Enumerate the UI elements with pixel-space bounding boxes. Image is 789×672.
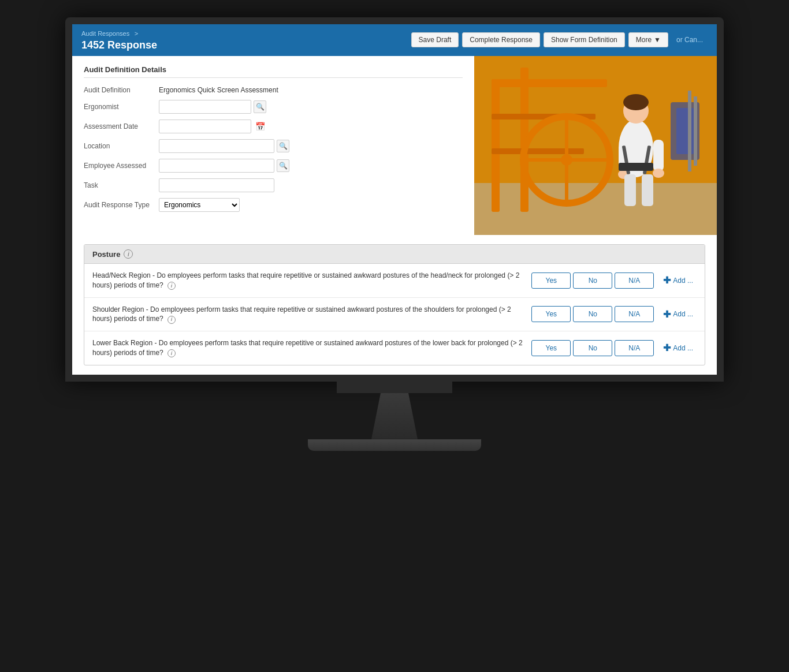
question-2-info-icon[interactable]: i xyxy=(168,316,176,324)
monitor-stand-top xyxy=(337,382,452,393)
complete-response-button[interactable]: Complete Response xyxy=(462,32,540,47)
question-2-yes-button[interactable]: Yes xyxy=(531,306,571,322)
audit-definition-value: Ergonomics Quick Screen Assessment xyxy=(159,86,278,94)
cancel-button[interactable]: or Can... xyxy=(672,33,708,47)
breadcrumb-separator: > xyxy=(135,30,138,37)
svg-rect-25 xyxy=(688,91,691,171)
assessment-date-input[interactable] xyxy=(159,120,251,133)
svg-rect-4 xyxy=(492,79,607,87)
audit-response-type-label: Audit Response Type xyxy=(84,201,159,209)
location-label: Location xyxy=(84,142,159,150)
question-row: Lower Back Region - Do employees perform… xyxy=(84,331,705,365)
employee-assessed-input[interactable] xyxy=(159,159,274,173)
page-title: 1452 Response xyxy=(81,39,157,51)
ergonomist-label: Ergonomist xyxy=(84,103,159,111)
show-form-definition-button[interactable]: Show Form Definition xyxy=(544,32,625,47)
question-1-text: Head/Neck Region - Do employees perform … xyxy=(92,271,526,290)
svg-rect-2 xyxy=(492,79,500,212)
more-label: More xyxy=(636,36,652,44)
save-draft-button[interactable]: Save Draft xyxy=(411,32,459,47)
svg-rect-20 xyxy=(619,163,653,171)
location-search-button[interactable]: 🔍 xyxy=(277,140,289,152)
location-input[interactable] xyxy=(159,139,274,153)
add-plus-icon: ✚ xyxy=(663,275,671,286)
svg-point-13 xyxy=(623,94,649,110)
question-1-info-icon[interactable]: i xyxy=(168,282,176,290)
location-input-wrap: 🔍 xyxy=(159,139,289,153)
audit-definition-label: Audit Definition xyxy=(84,86,159,94)
add-plus-icon-3: ✚ xyxy=(663,342,671,353)
question-3-info-icon[interactable]: i xyxy=(168,349,176,357)
search-icon: 🔍 xyxy=(256,103,265,111)
question-2-add-button[interactable]: ✚ Add ... xyxy=(660,309,697,320)
svg-rect-15 xyxy=(653,140,664,171)
svg-rect-21 xyxy=(624,174,636,206)
monitor-screen: Audit Responses > 1452 Response Save Dra… xyxy=(65,17,724,382)
monitor-stand-neck xyxy=(371,393,418,439)
question-1-answers: Yes No N/A xyxy=(531,272,654,289)
question-1-na-button[interactable]: N/A xyxy=(615,272,654,289)
audit-response-type-select[interactable]: Ergonomics xyxy=(159,198,240,212)
svg-rect-6 xyxy=(492,148,584,154)
question-1-add-button[interactable]: ✚ Add ... xyxy=(660,275,697,286)
question-2-answers: Yes No N/A xyxy=(531,306,654,322)
question-2-na-button[interactable]: N/A xyxy=(615,306,654,322)
task-input[interactable] xyxy=(159,178,274,192)
ergonomist-row: Ergonomist 🔍 xyxy=(84,100,463,114)
question-3-yes-button[interactable]: Yes xyxy=(531,340,571,356)
svg-rect-26 xyxy=(694,96,697,166)
question-row: Head/Neck Region - Do employees perform … xyxy=(84,264,705,298)
assessment-date-row: Assessment Date 📅 xyxy=(84,120,463,133)
question-3-text: Lower Back Region - Do employees perform… xyxy=(92,338,526,358)
monitor-stand-base xyxy=(308,439,481,451)
employee-search-button[interactable]: 🔍 xyxy=(277,159,289,172)
monitor-wrapper: Audit Responses > 1452 Response Save Dra… xyxy=(48,17,741,451)
worker-illustration xyxy=(474,56,717,235)
task-row: Task xyxy=(84,178,463,192)
task-label: Task xyxy=(84,181,159,189)
breadcrumb-link[interactable]: Audit Responses xyxy=(81,30,129,37)
ergonomist-input-wrap: 🔍 xyxy=(159,100,266,114)
audit-details-title: Audit Definition Details xyxy=(84,65,463,78)
assessment-date-input-wrap: 📅 xyxy=(159,120,266,133)
question-1-yes-button[interactable]: Yes xyxy=(531,272,571,289)
svg-rect-22 xyxy=(642,174,653,206)
search-icon: 🔍 xyxy=(279,142,288,150)
question-3-add-button[interactable]: ✚ Add ... xyxy=(660,342,697,353)
search-icon: 🔍 xyxy=(279,162,288,170)
question-2-text: Shoulder Region - Do employees perform t… xyxy=(92,305,526,324)
audit-details-section: Audit Definition Details Audit Definitio… xyxy=(72,56,717,235)
ergonomics-image-area xyxy=(474,56,717,235)
header-buttons: Save Draft Complete Response Show Form D… xyxy=(411,32,708,47)
question-2-no-button[interactable]: No xyxy=(573,306,612,322)
svg-point-17 xyxy=(653,169,664,178)
posture-title: Posture xyxy=(92,250,120,259)
question-3-add-label: Add ... xyxy=(673,344,693,352)
calendar-icon-button[interactable]: 📅 xyxy=(254,120,266,133)
audit-response-type-row: Audit Response Type Ergonomics xyxy=(84,198,463,212)
question-3-answers: Yes No N/A xyxy=(531,340,654,356)
app-header: Audit Responses > 1452 Response Save Dra… xyxy=(72,24,717,56)
ergonomist-search-button[interactable]: 🔍 xyxy=(254,100,266,113)
main-content: Audit Definition Details Audit Definitio… xyxy=(72,56,717,365)
employee-assessed-row: Employee Assessed 🔍 xyxy=(84,159,463,173)
location-row: Location 🔍 xyxy=(84,139,463,153)
audit-form-area: Audit Definition Details Audit Definitio… xyxy=(72,56,474,235)
question-row: Shoulder Region - Do employees perform t… xyxy=(84,298,705,332)
question-1-add-label: Add ... xyxy=(673,277,693,285)
breadcrumb-area: Audit Responses > 1452 Response xyxy=(81,28,157,51)
employee-assessed-label: Employee Assessed xyxy=(84,162,159,170)
question-3-na-button[interactable]: N/A xyxy=(615,340,654,356)
employee-assessed-input-wrap: 🔍 xyxy=(159,159,289,173)
question-3-no-button[interactable]: No xyxy=(573,340,612,356)
ergonomist-input[interactable] xyxy=(159,100,251,114)
calendar-icon: 📅 xyxy=(255,122,265,131)
question-2-add-label: Add ... xyxy=(673,310,693,318)
audit-definition-row: Audit Definition Ergonomics Quick Screen… xyxy=(84,86,463,94)
question-1-no-button[interactable]: No xyxy=(573,272,612,289)
add-plus-icon-2: ✚ xyxy=(663,309,671,320)
ergonomics-image xyxy=(474,56,717,235)
more-button[interactable]: More ▼ xyxy=(628,32,668,47)
posture-info-icon[interactable]: i xyxy=(124,249,133,259)
posture-section: Posture i Head/Neck Region - Do employee… xyxy=(84,244,705,365)
